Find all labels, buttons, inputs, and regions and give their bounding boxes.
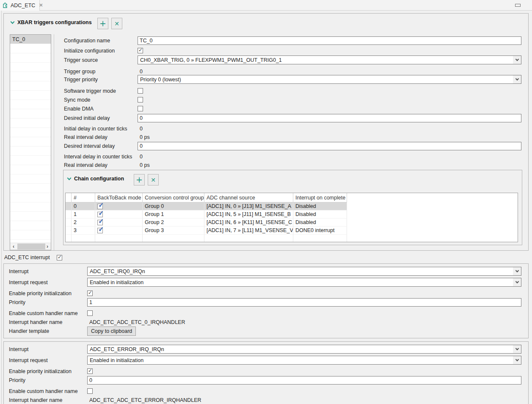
- handler-name-label: Interrupt handler name: [9, 397, 87, 403]
- adc-etc-interrupt-checkbox[interactable]: [57, 255, 62, 260]
- header-group: Conversion control group: [143, 193, 204, 202]
- remove-configuration-button[interactable]: ✕: [111, 18, 122, 29]
- header-interrupt: Interrupt on complete: [293, 193, 347, 202]
- handler-template-label: Handler template: [9, 328, 87, 334]
- tab-title: ADC_ETC: [11, 3, 35, 8]
- sync-mode-label: Sync mode: [64, 97, 138, 103]
- interrupt-row: Interrupt ADC_ETC_IRQ0_IRQn: [9, 267, 521, 276]
- chain-configuration-panel: Chain configuration + ✕ # BackToBack mod…: [63, 170, 522, 245]
- desired-interval-delay-input[interactable]: [138, 142, 521, 150]
- xbar-triggers-panel: XBAR triggers configurations + ✕ TC_0 ‹ …: [3, 13, 529, 251]
- enable-dma-checkbox[interactable]: [138, 106, 143, 111]
- real-initial-delay-row: Real interval delay 0 ps: [64, 133, 521, 141]
- initial-delay-ticks-value: 0: [138, 126, 143, 132]
- list-item-tc0[interactable]: TC_0: [10, 35, 51, 44]
- list-sash-divider[interactable]: [54, 34, 54, 250]
- interrupt-request-label: Interrupt request: [9, 357, 87, 363]
- configuration-name-label: Configuration name: [64, 38, 138, 44]
- adc-etc-interrupt-row: ADC_ETC interrupt: [4, 254, 62, 261]
- trigger-source-select[interactable]: CH0_XBAR_TRIG, 0 » FLEXPWM1_PWM1_OUT_TRI…: [138, 55, 521, 64]
- scroll-right-icon[interactable]: ›: [44, 243, 51, 250]
- backtoback-checkbox[interactable]: [97, 228, 103, 233]
- priority-init-row: Enable priority initialization: [9, 367, 521, 376]
- interrupt-request-select[interactable]: Enabled in initialization: [87, 356, 521, 365]
- add-configuration-button[interactable]: +: [97, 18, 108, 29]
- handler-name-label: Interrupt handler name: [9, 319, 87, 325]
- handler-name-value: ADC_ETC_ADC_ETC_0_IRQHANDLER: [87, 319, 185, 325]
- custom-handler-row: Enable custom handler name: [9, 387, 521, 396]
- interrupt-request-label: Interrupt request: [9, 279, 87, 285]
- remove-chain-item-button[interactable]: ✕: [148, 174, 159, 185]
- initialize-configuration-label: Initialize configuration: [64, 48, 138, 54]
- initialize-configuration-row: Initialize configuration: [64, 46, 521, 55]
- trigger-group-value: 0: [138, 69, 143, 75]
- real-interval-delay-label: Real interval delay: [64, 162, 138, 168]
- minimize-view-icon[interactable]: [515, 4, 521, 7]
- interrupt-request-row: Interrupt request Enabled in initializat…: [9, 278, 521, 287]
- priority-init-label: Enable priority initialization: [9, 291, 87, 296]
- real-interval-delay-row: Real interval delay 0 ps: [64, 160, 521, 169]
- list-horizontal-scrollbar[interactable]: ‹ ›: [10, 243, 51, 250]
- priority-init-checkbox[interactable]: [87, 368, 93, 374]
- header-source: ADC channel source: [204, 193, 293, 202]
- priority-input[interactable]: [87, 376, 521, 385]
- collapse-chevron-icon[interactable]: [67, 176, 72, 180]
- table-row[interactable]: 2 Group 2 [ADC1] IN, 6 » [K11] M1_ISENSE…: [66, 219, 518, 227]
- table-row-empty[interactable]: [66, 235, 518, 242]
- chain-table: # BackToBack mode Conversion control gro…: [65, 193, 518, 242]
- table-row[interactable]: 3 Group 3 [ADC1] IN, 7 » [L11] M1_VSENSE…: [66, 227, 518, 235]
- backtoback-checkbox[interactable]: [97, 204, 103, 209]
- header-num: #: [72, 193, 95, 202]
- tab-close-icon[interactable]: ✕: [39, 3, 43, 8]
- trigger-priority-label: Trigger priority: [64, 77, 138, 83]
- trigger-priority-select[interactable]: Priority 0 (lowest): [138, 75, 521, 84]
- priority-init-checkbox[interactable]: [87, 291, 93, 296]
- custom-handler-checkbox[interactable]: [87, 388, 93, 394]
- priority-input[interactable]: [87, 298, 521, 307]
- scrollbar-thumb[interactable]: [17, 244, 45, 249]
- header-backtoback: BackToBack mode: [95, 193, 143, 202]
- add-chain-item-button[interactable]: +: [134, 174, 145, 185]
- xbar-section-title: XBAR triggers configurations: [17, 19, 92, 25]
- tab-adc-etc[interactable]: ADC_ETC ✕: [0, 0, 40, 11]
- handler-template-row: Handler template Copy to clipboard: [9, 327, 521, 335]
- backtoback-checkbox[interactable]: [97, 220, 103, 225]
- interrupt-select[interactable]: ADC_ETC_ERROR_IRQ_IRQn: [87, 345, 521, 354]
- view-left-border: [1, 11, 2, 404]
- copy-to-clipboard-button[interactable]: Copy to clipboard: [87, 327, 136, 336]
- initial-delay-ticks-row: Initial delay in counter ticks 0: [64, 124, 521, 133]
- priority-row: Priority: [9, 298, 521, 307]
- priority-init-label: Enable priority initialization: [9, 368, 87, 374]
- adc-etc-interrupt-label: ADC_ETC interrupt: [4, 255, 57, 260]
- real-initial-delay-value: 0 ps: [138, 134, 150, 140]
- configuration-name-input[interactable]: [138, 36, 521, 45]
- software-trigger-mode-row: Software trigger mode: [64, 86, 521, 95]
- trigger-group-row: Trigger group 0: [64, 67, 521, 76]
- initial-delay-ticks-label: Initial delay in counter ticks: [64, 126, 138, 132]
- chevron-down-icon: [513, 75, 521, 83]
- scroll-left-icon[interactable]: ‹: [10, 243, 17, 250]
- collapse-chevron-icon[interactable]: [11, 20, 15, 24]
- real-initial-delay-label: Real interval delay: [64, 134, 138, 140]
- software-trigger-mode-checkbox[interactable]: [138, 88, 143, 94]
- chevron-down-icon: [513, 56, 521, 64]
- backtoback-checkbox[interactable]: [97, 212, 103, 217]
- sync-mode-row: Sync mode: [64, 95, 521, 104]
- interrupt-request-select[interactable]: Enabled in initialization: [87, 278, 521, 287]
- priority-label: Priority: [9, 377, 87, 383]
- configuration-name-row: Configuration name: [64, 36, 521, 45]
- desired-initial-delay-label: Desired initial delay: [64, 115, 138, 121]
- desired-interval-delay-label: Desired interval delay: [64, 143, 138, 149]
- trigger-source-label: Trigger source: [64, 57, 138, 63]
- custom-handler-checkbox[interactable]: [87, 310, 93, 316]
- initialize-configuration-checkbox[interactable]: [138, 48, 143, 53]
- interval-delay-ticks-label: Interval delay in counter ticks: [64, 154, 138, 160]
- interrupt-select[interactable]: ADC_ETC_IRQ0_IRQn: [87, 267, 521, 276]
- desired-initial-delay-input[interactable]: [138, 114, 521, 122]
- table-row[interactable]: 0 Group 0 [ADC1] IN, 0 » [J13] M1_ISENSE…: [66, 202, 518, 210]
- table-row[interactable]: 1 Group 1 [ADC1] IN, 5 » [J11] M1_ISENSE…: [66, 210, 518, 219]
- chain-section-title: Chain configuration: [74, 176, 124, 182]
- editor-tab-bar: ADC_ETC ✕: [0, 0, 532, 11]
- configuration-list[interactable]: TC_0 ‹ ›: [10, 34, 51, 250]
- sync-mode-checkbox[interactable]: [138, 97, 143, 102]
